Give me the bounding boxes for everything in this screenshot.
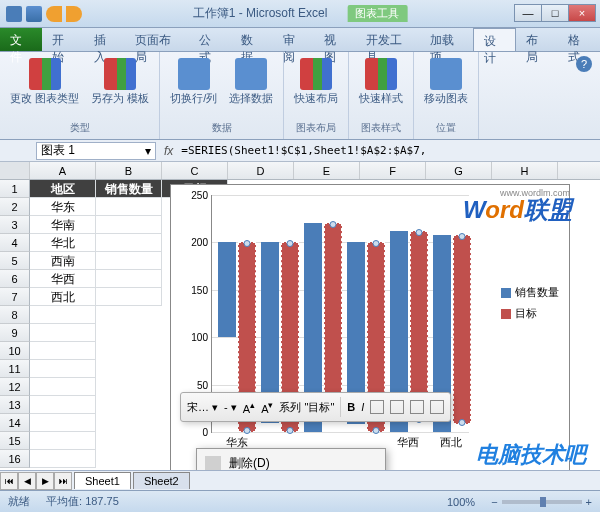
quick-style-button[interactable]: 快速样式: [355, 56, 407, 106]
menu-delete[interactable]: 删除(D): [199, 451, 383, 472]
cell[interactable]: [96, 288, 162, 306]
row-header[interactable]: 11: [0, 360, 30, 378]
move-chart-button[interactable]: 移动图表: [420, 56, 472, 106]
cell[interactable]: [30, 306, 96, 324]
formula-bar[interactable]: =SERIES(Sheet1!$C$1,Sheet1!$A$2:$A$7,: [181, 144, 600, 157]
cell[interactable]: [30, 342, 96, 360]
sheet-nav-next[interactable]: ▶: [36, 472, 54, 490]
font-size[interactable]: - ▾: [224, 401, 237, 414]
col-header[interactable]: D: [228, 162, 294, 179]
col-header[interactable]: A: [30, 162, 96, 179]
cell[interactable]: 西北: [30, 288, 96, 306]
embedded-chart[interactable]: 050100150200250华东华西西北 销售数量 目标: [170, 184, 570, 472]
cell[interactable]: [30, 378, 96, 396]
cell[interactable]: 华西: [30, 270, 96, 288]
zoom-level[interactable]: 100%: [447, 496, 475, 508]
italic-button[interactable]: I: [361, 401, 364, 413]
cell[interactable]: [96, 198, 162, 216]
tab-page-layout[interactable]: 页面布局: [125, 28, 189, 51]
tab-format[interactable]: 格式: [558, 28, 600, 51]
name-box[interactable]: 图表 1▾: [36, 142, 156, 160]
cell[interactable]: 华南: [30, 216, 96, 234]
cell[interactable]: [96, 216, 162, 234]
select-all-corner[interactable]: [0, 162, 30, 179]
tab-insert[interactable]: 插入: [84, 28, 126, 51]
row-header[interactable]: 15: [0, 432, 30, 450]
tab-developer[interactable]: 开发工具: [356, 28, 420, 51]
tab-addins[interactable]: 加载项: [420, 28, 473, 51]
minimize-button[interactable]: —: [514, 4, 542, 22]
row-header[interactable]: 9: [0, 324, 30, 342]
redo-icon[interactable]: [66, 6, 82, 22]
close-button[interactable]: ×: [568, 4, 596, 22]
tab-design[interactable]: 设计: [473, 28, 517, 51]
tab-review[interactable]: 审阅: [273, 28, 315, 51]
row-header[interactable]: 16: [0, 450, 30, 468]
grow-font-icon[interactable]: A▴: [243, 399, 255, 415]
col-header[interactable]: G: [426, 162, 492, 179]
save-icon[interactable]: [26, 6, 42, 22]
col-header[interactable]: E: [294, 162, 360, 179]
row-header[interactable]: 6: [0, 270, 30, 288]
tab-chart-layout[interactable]: 布局: [516, 28, 558, 51]
chart-bar[interactable]: [453, 235, 471, 425]
tab-formulas[interactable]: 公式: [189, 28, 231, 51]
chart-bar[interactable]: [218, 242, 236, 337]
cell[interactable]: 华东: [30, 198, 96, 216]
zoom-out-icon[interactable]: −: [491, 496, 497, 508]
row-header[interactable]: 8: [0, 306, 30, 324]
tab-home[interactable]: 开始: [42, 28, 84, 51]
zoom-slider[interactable]: − +: [491, 496, 592, 508]
row-header[interactable]: 7: [0, 288, 30, 306]
row-header[interactable]: 3: [0, 216, 30, 234]
shrink-font-icon[interactable]: A▾: [261, 399, 273, 415]
col-header[interactable]: B: [96, 162, 162, 179]
zoom-track[interactable]: [502, 500, 582, 504]
tab-view[interactable]: 视图: [314, 28, 356, 51]
series-selector[interactable]: 系列 "目标": [279, 400, 334, 415]
cell[interactable]: [30, 432, 96, 450]
align-icon[interactable]: [370, 400, 384, 414]
font-dropdown[interactable]: 宋… ▾: [187, 400, 218, 415]
row-header[interactable]: 1: [0, 180, 30, 198]
select-data-button[interactable]: 选择数据: [225, 56, 277, 106]
sheet-nav-prev[interactable]: ◀: [18, 472, 36, 490]
row-header[interactable]: 13: [0, 396, 30, 414]
row-header[interactable]: 4: [0, 234, 30, 252]
fill-color-icon[interactable]: [390, 400, 404, 414]
cell[interactable]: 销售数量: [96, 180, 162, 198]
switch-row-col-button[interactable]: 切换行/列: [166, 56, 221, 106]
fx-label[interactable]: fx: [164, 144, 173, 158]
chart-bar[interactable]: [324, 223, 342, 413]
font-color-icon[interactable]: [410, 400, 424, 414]
cell[interactable]: [96, 270, 162, 288]
sheet-nav-first[interactable]: ⏮: [0, 472, 18, 490]
help-icon[interactable]: ?: [576, 56, 592, 72]
save-as-template-button[interactable]: 另存为 模板: [87, 56, 153, 106]
row-header[interactable]: 12: [0, 378, 30, 396]
col-header[interactable]: H: [492, 162, 558, 179]
col-header[interactable]: F: [360, 162, 426, 179]
dropdown-icon[interactable]: ▾: [145, 144, 151, 158]
tab-data[interactable]: 数据: [231, 28, 273, 51]
row-header[interactable]: 5: [0, 252, 30, 270]
sheet-tab[interactable]: Sheet1: [74, 472, 131, 489]
cell[interactable]: [30, 396, 96, 414]
cell[interactable]: [30, 414, 96, 432]
cell[interactable]: 华北: [30, 234, 96, 252]
change-chart-type-button[interactable]: 更改 图表类型: [6, 56, 83, 106]
zoom-in-icon[interactable]: +: [586, 496, 592, 508]
row-header[interactable]: 10: [0, 342, 30, 360]
cell[interactable]: [30, 324, 96, 342]
undo-icon[interactable]: [46, 6, 62, 22]
sheet-tab[interactable]: Sheet2: [133, 472, 190, 489]
cell[interactable]: [96, 252, 162, 270]
cell[interactable]: [30, 450, 96, 468]
maximize-button[interactable]: □: [541, 4, 569, 22]
bold-button[interactable]: B: [347, 401, 355, 413]
quick-layout-button[interactable]: 快速布局: [290, 56, 342, 106]
cell[interactable]: [30, 360, 96, 378]
cell[interactable]: 西南: [30, 252, 96, 270]
zoom-thumb[interactable]: [540, 497, 546, 507]
chart-legend[interactable]: 销售数量 目标: [501, 285, 559, 327]
